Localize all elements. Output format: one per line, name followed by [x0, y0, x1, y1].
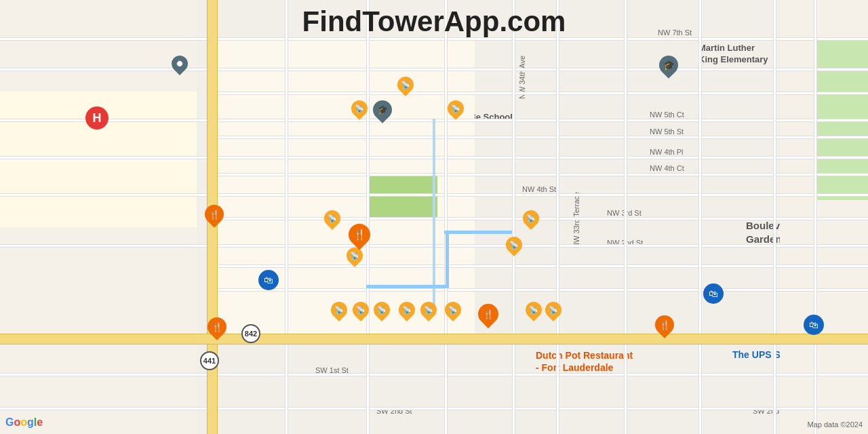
street-nw33ter: NW 33rd Terrace [572, 180, 580, 248]
route-line-v1 [446, 231, 449, 288]
road-v1 [285, 0, 288, 434]
pin-shop-east[interactable]: 🛍 [804, 315, 824, 335]
road-badge-441: 441 [200, 351, 219, 370]
tower-pin-8[interactable]: 📡 [331, 302, 347, 318]
road-nw6ct [0, 68, 868, 71]
road-nw34ave [512, 0, 515, 434]
tower-pin-2[interactable]: 📡 [351, 100, 368, 117]
road-broward-blvd [0, 334, 868, 344]
pin-mlk-school[interactable]: 🎓 [659, 56, 678, 75]
tower-pin-11[interactable]: 📡 [399, 302, 415, 318]
tower-pin-1[interactable]: 📡 [397, 77, 414, 93]
road-v6 [773, 0, 776, 434]
pin-parkway-school[interactable]: 🎓 [373, 100, 392, 119]
pin-ups-store[interactable]: 🛍 [703, 283, 724, 304]
park-area [366, 173, 437, 220]
road-v5 [698, 0, 702, 434]
road-nw5st [217, 136, 868, 139]
road-badge-842: 842 [241, 324, 260, 343]
tower-pin-12[interactable]: 📡 [420, 302, 437, 318]
pin-dd-discounts[interactable]: 🛍 [258, 270, 279, 290]
road-partial1 [285, 68, 288, 108]
street-nw5st-right: NW 5th St [650, 127, 684, 136]
road-nw6st [217, 92, 868, 95]
pin-dutch-pot[interactable]: 🍴 [655, 315, 674, 334]
road-nw4ct [217, 173, 868, 176]
tower-pin-14[interactable]: 📡 [526, 302, 542, 318]
route-line-h2 [444, 231, 512, 234]
road-sw2nd [0, 407, 868, 410]
road-v2 [366, 0, 370, 434]
pin-taco-bell[interactable]: 🍴 [478, 304, 498, 324]
road-sw1st [0, 373, 868, 376]
road-nw33ter [556, 0, 559, 434]
tower-pin-15[interactable]: 📡 [545, 302, 561, 318]
app-title: FindTowerApp.com [302, 5, 566, 38]
tower-pin-13[interactable]: 📡 [445, 302, 461, 318]
street-nw4st: NW 4th St [522, 185, 556, 193]
place-mlk-elementary: Martin LutherKing Elementary [698, 43, 768, 66]
pin-legal-aid[interactable] [172, 56, 188, 72]
road-v4 [624, 0, 627, 434]
pin-miami-grill[interactable]: 🍴 [208, 317, 226, 336]
place-dutch-pot: Dutch Pot Restaurant- Fort Lauderdale [536, 349, 633, 374]
map-copyright: Map data ©2024 [808, 420, 863, 429]
parkway-path [433, 119, 435, 309]
route-line-h1 [366, 285, 448, 288]
tower-pin-7[interactable]: 📡 [347, 248, 363, 264]
road-nw2 [217, 264, 868, 268]
road-v3 [444, 0, 448, 434]
street-nw4ct-right: NW 4th Ct [650, 164, 684, 172]
street-nw5ct-right: NW 5th Ct [650, 111, 684, 119]
map-container[interactable]: FindTowerApp.com NW 7th St NW 6th Ct NW … [0, 0, 868, 434]
street-nw7th: NW 7th St [658, 28, 692, 37]
google-logo: Google [5, 416, 43, 429]
tower-pin-6[interactable]: 📡 [506, 237, 522, 253]
road-nw1ct [217, 288, 868, 292]
tower-pin-9[interactable]: 📡 [353, 302, 369, 318]
pin-hospital[interactable]: H [85, 106, 108, 130]
tower-pin-3[interactable]: 📡 [448, 100, 464, 117]
tower-pin-5[interactable]: 📡 [523, 210, 539, 226]
street-nw34ave: NW 34th Ave [518, 45, 526, 99]
pin-my-brothers-soul[interactable]: 🍴 [349, 224, 370, 245]
road-nw3st [217, 217, 868, 220]
street-nw4pl-right: NW 4th Pl [650, 148, 684, 156]
tower-pin-4[interactable]: 📡 [324, 210, 340, 226]
pin-pollo-tropical[interactable]: 🍴 [205, 205, 224, 224]
road-nw29ter [814, 0, 817, 434]
tower-pin-10[interactable]: 📡 [374, 302, 390, 318]
